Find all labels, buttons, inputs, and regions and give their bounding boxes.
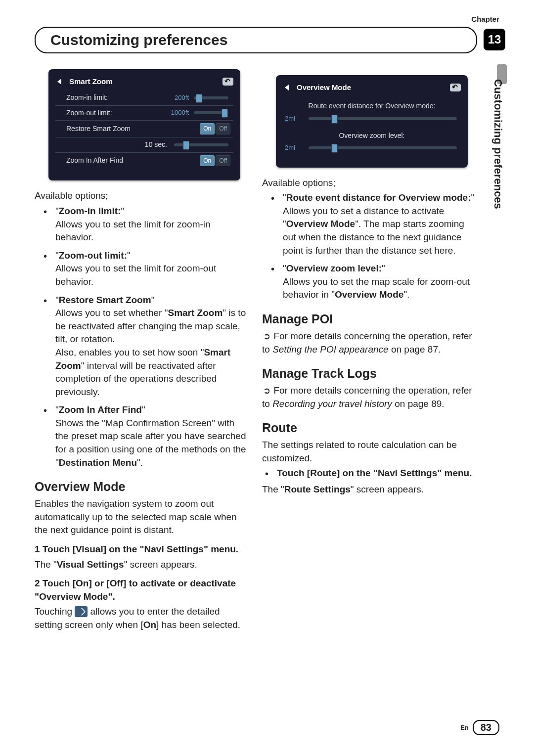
smart-zoom-screenshot: Smart Zoom Zoom-in limit: 200ft Zoom-out… [48,69,240,180]
screenshot-title: Overview Mode [297,82,351,92]
option-body: Allows you to set the limit for zoom-in … [55,219,211,243]
slider-thumb[interactable] [183,141,189,150]
options-list: "Zoom-in limit:" Allows you to set the l… [35,205,247,469]
bold-term: Smart Zoom [168,308,222,318]
body-part: ". [403,289,409,300]
row-label: Restore Smart Zoom [58,124,190,134]
options-list: "Route event distance for Overview mode:… [262,191,475,302]
available-options-label: Available options; [262,177,475,190]
row-value: 200ft [175,93,189,102]
document-page: Chapter 13 Customizing preferences Custo… [0,0,534,756]
row-label: Zoom-in limit: [58,93,172,103]
route-event-slider[interactable] [309,117,457,120]
bold-term: On [143,620,156,630]
slider-value: 2mi [285,143,303,152]
body-part: Touching [35,606,75,617]
back-icon[interactable] [283,84,294,91]
list-item: "Zoom In After Find" Shows the "Map Conf… [55,403,247,469]
zoom-out-slider[interactable] [194,111,228,114]
header-title-tab: Customizing preferences [35,27,477,53]
page-footer: En 83 [460,720,499,735]
slider-thumb[interactable] [222,109,228,118]
screenshot-header: Overview Mode [283,81,461,96]
italic-ref: Setting the POI appearance [272,344,389,355]
option-body-part: ". [137,457,143,468]
italic-ref: Recording your travel history [272,399,392,409]
footer-page-number: 83 [473,720,499,735]
step-2: 2 Touch [On] or [Off] to activate or dea… [35,577,247,603]
list-item: "Restore Smart Zoom" Allows you to set w… [55,294,247,399]
step-label: Touch [Route] on the "Navi Settings" men… [277,468,472,478]
zoom-level-slider[interactable] [309,146,457,149]
option-body: Allows you to set the limit for zoom-out… [55,263,216,287]
zoom-level-slider-row: 2mi [283,141,461,155]
reference-icon [262,330,271,343]
route-event-slider-row: 2mi [283,112,461,126]
list-item: "Zoom-in limit:" Allows you to set the l… [55,205,247,244]
chapter-label: Chapter [471,15,499,23]
slider-value: 2mi [285,114,303,123]
body-part: ] has been selected. [156,620,240,630]
bold-term: Overview Mode [335,289,403,300]
overview-mode-screenshot: Overview Mode Route event distance for O… [276,75,468,168]
step-1-body: The "Visual Settings" screen appears. [35,558,247,572]
step-label: 2 Touch [On] or [Off] to activate or dea… [35,578,236,602]
toggle-off-button[interactable]: Off [216,155,230,167]
screenshot-title: Smart Zoom [69,76,113,87]
option-title: Restore Smart Zoom [59,295,151,305]
bold-term: Overview Mode [286,219,355,229]
body-part: on page 87. [389,344,441,355]
option-title: Zoom-out limit: [59,250,127,261]
row-value: 10 sec. [58,140,169,150]
overview-mode-heading: Overview Mode [35,478,247,495]
manage-track-logs-body: For more details concerning the operatio… [262,384,475,410]
step-2-body: Touching allows you to enter the detaile… [35,605,247,631]
back-icon[interactable] [55,78,66,86]
zoom-after-find-row: Zoom In After Find On Off [55,153,233,169]
reference-icon [262,384,271,398]
footer-language: En [460,724,469,731]
route-step-body: The "Route Settings" screen appears. [262,483,475,496]
step-1: 1 Touch [Visual] on the "Navi Settings" … [35,543,247,556]
route-step-list: Touch [Route] on the "Navi Settings" men… [262,467,475,480]
list-item: "Zoom-out limit:" Allows you to set the … [55,249,247,289]
list-item: "Route event distance for Overview mode:… [283,191,475,257]
toggle-on-button[interactable]: On [200,155,215,167]
chapter-number-badge: 13 [484,29,505,50]
left-column: Smart Zoom Zoom-in limit: 200ft Zoom-out… [35,69,247,634]
wrench-icon [75,606,88,617]
body-part: The " [262,484,284,494]
route-heading: Route [262,419,475,437]
return-icon[interactable] [450,84,461,91]
slider-thumb[interactable] [196,94,202,103]
list-item: Touch [Route] on the "Navi Settings" men… [277,467,475,480]
slider-thumb[interactable] [331,115,338,124]
zoom-after-find-toggle: On Off [193,155,230,167]
manage-poi-body: For more details concerning the operatio… [262,330,475,356]
slider-thumb[interactable] [331,144,338,153]
restore-time-row: 10 sec. [55,137,233,153]
bold-term: Destination Menu [59,457,137,468]
option-body-part: Also, enables you to set how soon " [55,347,204,357]
option-title: Overview zoom level: [286,263,382,273]
body-part: " screen appears. [124,559,197,570]
step-label: 1 Touch [Visual] on the "Navi Settings" … [35,544,238,554]
option-body-part: Allows you to set whether " [55,308,168,318]
restore-toggle: On Off [193,123,230,134]
zoom-in-slider[interactable] [194,96,228,99]
body-part: The " [35,559,57,570]
return-icon[interactable] [222,78,233,86]
overview-intro: Enables the navigation system to zoom ou… [35,497,247,537]
body-part: " screen appears. [351,484,424,494]
content-columns: Smart Zoom Zoom-in limit: 200ft Zoom-out… [35,69,475,634]
row-label: Zoom In After Find [58,156,190,166]
toggle-on-button[interactable]: On [200,123,215,134]
available-options-label: Available options; [35,189,247,203]
side-section-label: Customizing preferences [491,79,504,209]
bold-term: Route Settings [284,484,351,494]
option-title: Zoom-in limit: [59,206,121,216]
option-title: Route event distance for Overview mode: [286,192,471,203]
toggle-off-button[interactable]: Off [216,123,230,134]
list-item: "Overview zoom level:" Allows you to set… [283,262,475,302]
restore-time-slider[interactable] [174,143,228,146]
